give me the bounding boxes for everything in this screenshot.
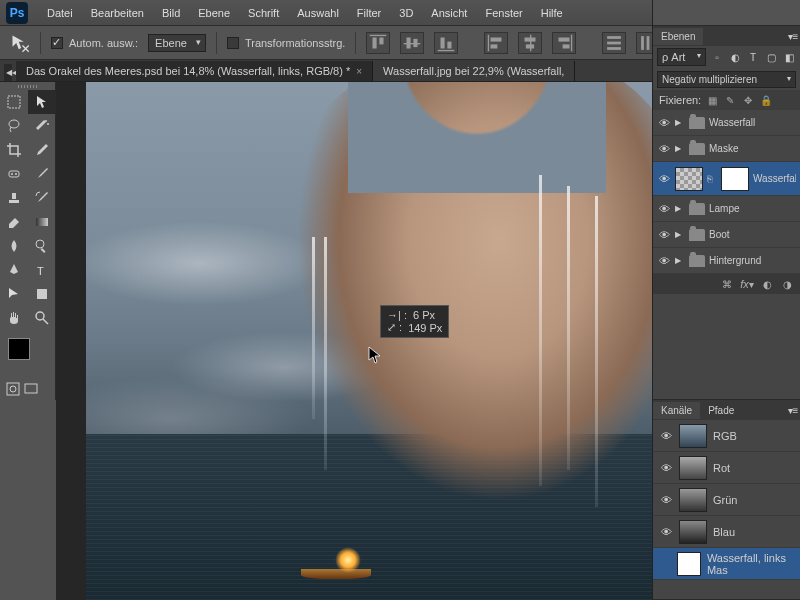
channel-row[interactable]: 👁 Grün xyxy=(653,484,800,516)
marquee-tool[interactable] xyxy=(0,90,28,114)
blur-tool[interactable] xyxy=(0,234,28,258)
fx-icon[interactable]: fx▾ xyxy=(740,277,754,291)
mask-icon[interactable]: ◐ xyxy=(760,277,774,291)
auto-select-check[interactable]: Autom. ausw.: xyxy=(51,37,138,49)
channel-row[interactable]: 👁 Rot xyxy=(653,452,800,484)
visibility-icon[interactable]: 👁 xyxy=(659,430,673,442)
filter-icon[interactable]: ▫ xyxy=(710,50,724,64)
tab-layers[interactable]: Ebenen xyxy=(653,28,703,45)
crop-tool[interactable] xyxy=(0,138,28,162)
layer-folder[interactable]: 👁 ▶ Hintergrund xyxy=(653,248,800,274)
filter-type[interactable]: ρ Art xyxy=(657,48,706,66)
pen-tool[interactable] xyxy=(0,258,28,282)
filter-toggle[interactable]: ◧ xyxy=(782,50,796,64)
panel-grip[interactable] xyxy=(0,82,56,90)
eyedropper-tool[interactable] xyxy=(28,138,56,162)
layer-folder[interactable]: 👁 ▶ Boot xyxy=(653,222,800,248)
tab-channels[interactable]: Kanäle xyxy=(653,402,700,419)
collapse-icon[interactable]: ◀◀ xyxy=(4,64,12,81)
dodge-tool[interactable] xyxy=(28,234,56,258)
menu-layer[interactable]: Ebene xyxy=(189,2,239,24)
tab-inactive[interactable]: Wasserfall.jpg bei 22,9% (Wasserfall, xyxy=(373,61,575,81)
menu-window[interactable]: Fenster xyxy=(476,2,531,24)
layer-folder[interactable]: 👁 ▶ Maske xyxy=(653,136,800,162)
lock-brush-icon[interactable]: ✎ xyxy=(723,93,737,107)
brush-tool[interactable] xyxy=(28,162,56,186)
type-tool[interactable]: T xyxy=(28,258,56,282)
expand-icon[interactable]: ▶ xyxy=(675,256,685,265)
channel-row[interactable]: Wasserfall, links Mas xyxy=(653,548,800,580)
auto-select-target[interactable]: Ebene xyxy=(148,34,206,52)
align-left-icon[interactable] xyxy=(484,32,508,54)
channel-row[interactable]: 👁 Blau xyxy=(653,516,800,548)
layer-folder[interactable]: 👁 ▶ Lampe xyxy=(653,196,800,222)
filter-icon[interactable]: ◐ xyxy=(728,50,742,64)
visibility-icon[interactable]: 👁 xyxy=(657,255,671,267)
move-tool[interactable] xyxy=(28,90,56,114)
close-icon[interactable]: × xyxy=(356,66,362,77)
history-brush-tool[interactable] xyxy=(28,186,56,210)
visibility-icon[interactable]: 👁 xyxy=(657,117,671,129)
screenmode-icon[interactable] xyxy=(24,382,38,396)
menu-filter[interactable]: Filter xyxy=(348,2,390,24)
menu-view[interactable]: Ansicht xyxy=(422,2,476,24)
visibility-icon[interactable]: 👁 xyxy=(659,494,673,506)
expand-icon[interactable]: ▶ xyxy=(675,118,685,127)
tab-active[interactable]: Das Orakel des Meeres.psd bei 14,8% (Was… xyxy=(16,61,373,81)
align-bottom-icon[interactable] xyxy=(434,32,458,54)
link-icon[interactable]: ⎘ xyxy=(707,174,717,184)
expand-icon[interactable]: ▶ xyxy=(675,204,685,213)
fg-color[interactable] xyxy=(8,338,30,360)
gradient-tool[interactable] xyxy=(28,210,56,234)
panel-menu-icon[interactable]: ▾≡ xyxy=(786,29,800,43)
visibility-icon[interactable]: 👁 xyxy=(657,203,671,215)
panel-menu-icon[interactable]: ▾≡ xyxy=(786,403,800,417)
transform-check[interactable]: Transformationsstrg. xyxy=(227,37,345,49)
heal-tool[interactable] xyxy=(0,162,28,186)
layer-folder[interactable]: 👁 ▶ Wasserfall xyxy=(653,110,800,136)
visibility-icon[interactable]: 👁 xyxy=(659,526,673,538)
menu-3d[interactable]: 3D xyxy=(390,2,422,24)
filter-icon[interactable]: ▢ xyxy=(764,50,778,64)
stamp-tool[interactable] xyxy=(0,186,28,210)
menu-edit[interactable]: Bearbeiten xyxy=(82,2,153,24)
layer-selected[interactable]: 👁 ⎘ Wasserfall xyxy=(653,162,800,196)
zoom-tool[interactable] xyxy=(28,306,56,330)
tab-paths[interactable]: Pfade xyxy=(700,402,742,419)
channel-row[interactable]: 👁 RGB xyxy=(653,420,800,452)
canvas[interactable] xyxy=(56,82,652,600)
lock-all-icon[interactable]: 🔒 xyxy=(759,93,773,107)
filter-icon[interactable]: T xyxy=(746,50,760,64)
lasso-tool[interactable] xyxy=(0,114,28,138)
hand-tool[interactable] xyxy=(0,306,28,330)
lock-pos-icon[interactable]: ✥ xyxy=(741,93,755,107)
menu-file[interactable]: Datei xyxy=(38,2,82,24)
color-swatches[interactable] xyxy=(0,334,56,378)
lock-pixels-icon[interactable]: ▦ xyxy=(705,93,719,107)
shape-tool[interactable] xyxy=(28,282,56,306)
expand-icon[interactable]: ▶ xyxy=(675,230,685,239)
align-right-icon[interactable] xyxy=(552,32,576,54)
blend-mode[interactable]: Negativ multiplizieren xyxy=(657,71,796,88)
distribute-icon[interactable] xyxy=(602,32,626,54)
menu-image[interactable]: Bild xyxy=(153,2,189,24)
align-top-icon[interactable] xyxy=(366,32,390,54)
align-hcenter-icon[interactable] xyxy=(518,32,542,54)
menu-type[interactable]: Schrift xyxy=(239,2,288,24)
adjust-icon[interactable]: ◑ xyxy=(780,277,794,291)
visibility-icon[interactable]: 👁 xyxy=(657,173,671,185)
visibility-icon[interactable]: 👁 xyxy=(657,143,671,155)
menu-select[interactable]: Auswahl xyxy=(288,2,348,24)
eraser-tool[interactable] xyxy=(0,210,28,234)
path-select-tool[interactable] xyxy=(0,282,28,306)
visibility-icon[interactable]: 👁 xyxy=(659,462,673,474)
visibility-icon[interactable]: 👁 xyxy=(657,229,671,241)
quickmask-icon[interactable] xyxy=(6,382,20,396)
expand-icon[interactable]: ▶ xyxy=(675,144,685,153)
link-icon[interactable]: ⌘ xyxy=(720,277,734,291)
menu-help[interactable]: Hilfe xyxy=(532,2,572,24)
mask-thumb[interactable] xyxy=(721,167,749,191)
wand-tool[interactable] xyxy=(28,114,56,138)
align-vcenter-icon[interactable] xyxy=(400,32,424,54)
layer-thumb[interactable] xyxy=(675,167,703,191)
